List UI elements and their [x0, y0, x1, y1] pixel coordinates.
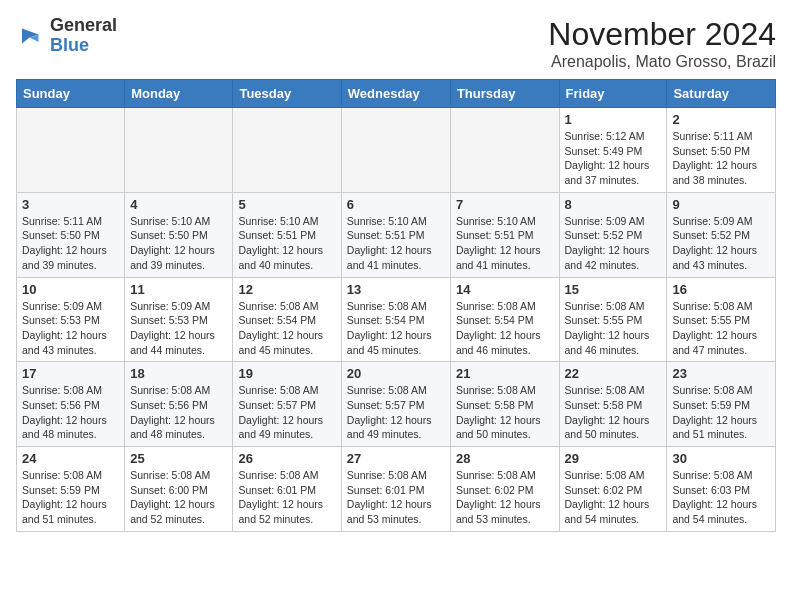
calendar-cell: 5Sunrise: 5:10 AMSunset: 5:51 PMDaylight… — [233, 192, 341, 277]
calendar-cell: 20Sunrise: 5:08 AMSunset: 5:57 PMDayligh… — [341, 362, 450, 447]
calendar-cell: 10Sunrise: 5:09 AMSunset: 5:53 PMDayligh… — [17, 277, 125, 362]
day-number: 17 — [22, 366, 119, 381]
day-info: Sunrise: 5:09 AMSunset: 5:53 PMDaylight:… — [22, 299, 119, 358]
day-info: Sunrise: 5:08 AMSunset: 5:57 PMDaylight:… — [238, 383, 335, 442]
calendar-cell: 24Sunrise: 5:08 AMSunset: 5:59 PMDayligh… — [17, 447, 125, 532]
day-number: 24 — [22, 451, 119, 466]
day-number: 2 — [672, 112, 770, 127]
day-info: Sunrise: 5:11 AMSunset: 5:50 PMDaylight:… — [22, 214, 119, 273]
day-number: 16 — [672, 282, 770, 297]
col-header-tuesday: Tuesday — [233, 80, 341, 108]
calendar-cell: 3Sunrise: 5:11 AMSunset: 5:50 PMDaylight… — [17, 192, 125, 277]
day-number: 12 — [238, 282, 335, 297]
day-number: 10 — [22, 282, 119, 297]
month-title: November 2024 — [548, 16, 776, 53]
day-info: Sunrise: 5:09 AMSunset: 5:52 PMDaylight:… — [565, 214, 662, 273]
day-info: Sunrise: 5:08 AMSunset: 5:56 PMDaylight:… — [130, 383, 227, 442]
day-info: Sunrise: 5:08 AMSunset: 6:01 PMDaylight:… — [347, 468, 445, 527]
calendar-cell: 7Sunrise: 5:10 AMSunset: 5:51 PMDaylight… — [450, 192, 559, 277]
calendar-table: SundayMondayTuesdayWednesdayThursdayFrid… — [16, 79, 776, 532]
day-number: 8 — [565, 197, 662, 212]
calendar-cell: 8Sunrise: 5:09 AMSunset: 5:52 PMDaylight… — [559, 192, 667, 277]
calendar-cell — [17, 108, 125, 193]
day-info: Sunrise: 5:08 AMSunset: 6:03 PMDaylight:… — [672, 468, 770, 527]
day-number: 26 — [238, 451, 335, 466]
day-info: Sunrise: 5:08 AMSunset: 6:02 PMDaylight:… — [456, 468, 554, 527]
col-header-sunday: Sunday — [17, 80, 125, 108]
day-info: Sunrise: 5:11 AMSunset: 5:50 PMDaylight:… — [672, 129, 770, 188]
calendar-cell — [125, 108, 233, 193]
day-info: Sunrise: 5:08 AMSunset: 6:01 PMDaylight:… — [238, 468, 335, 527]
calendar-cell: 17Sunrise: 5:08 AMSunset: 5:56 PMDayligh… — [17, 362, 125, 447]
day-number: 22 — [565, 366, 662, 381]
day-number: 27 — [347, 451, 445, 466]
col-header-saturday: Saturday — [667, 80, 776, 108]
day-info: Sunrise: 5:08 AMSunset: 5:56 PMDaylight:… — [22, 383, 119, 442]
logo-line1: General — [50, 16, 117, 36]
calendar-week-4: 17Sunrise: 5:08 AMSunset: 5:56 PMDayligh… — [17, 362, 776, 447]
day-number: 5 — [238, 197, 335, 212]
day-number: 13 — [347, 282, 445, 297]
general-blue-logo-icon — [16, 21, 46, 51]
logo-text: General Blue — [50, 16, 117, 56]
day-info: Sunrise: 5:08 AMSunset: 5:59 PMDaylight:… — [672, 383, 770, 442]
calendar-cell: 28Sunrise: 5:08 AMSunset: 6:02 PMDayligh… — [450, 447, 559, 532]
calendar-cell: 22Sunrise: 5:08 AMSunset: 5:58 PMDayligh… — [559, 362, 667, 447]
calendar-header-row: SundayMondayTuesdayWednesdayThursdayFrid… — [17, 80, 776, 108]
day-number: 4 — [130, 197, 227, 212]
day-number: 30 — [672, 451, 770, 466]
day-info: Sunrise: 5:08 AMSunset: 5:55 PMDaylight:… — [565, 299, 662, 358]
calendar-cell: 30Sunrise: 5:08 AMSunset: 6:03 PMDayligh… — [667, 447, 776, 532]
calendar-cell — [341, 108, 450, 193]
calendar-cell: 4Sunrise: 5:10 AMSunset: 5:50 PMDaylight… — [125, 192, 233, 277]
calendar-week-1: 1Sunrise: 5:12 AMSunset: 5:49 PMDaylight… — [17, 108, 776, 193]
col-header-friday: Friday — [559, 80, 667, 108]
calendar-cell: 27Sunrise: 5:08 AMSunset: 6:01 PMDayligh… — [341, 447, 450, 532]
calendar-cell: 1Sunrise: 5:12 AMSunset: 5:49 PMDaylight… — [559, 108, 667, 193]
day-info: Sunrise: 5:10 AMSunset: 5:51 PMDaylight:… — [456, 214, 554, 273]
logo-line2: Blue — [50, 36, 117, 56]
day-info: Sunrise: 5:09 AMSunset: 5:52 PMDaylight:… — [672, 214, 770, 273]
day-number: 14 — [456, 282, 554, 297]
calendar-cell: 14Sunrise: 5:08 AMSunset: 5:54 PMDayligh… — [450, 277, 559, 362]
day-number: 25 — [130, 451, 227, 466]
day-number: 18 — [130, 366, 227, 381]
calendar-cell: 19Sunrise: 5:08 AMSunset: 5:57 PMDayligh… — [233, 362, 341, 447]
calendar-cell: 6Sunrise: 5:10 AMSunset: 5:51 PMDaylight… — [341, 192, 450, 277]
calendar-week-5: 24Sunrise: 5:08 AMSunset: 5:59 PMDayligh… — [17, 447, 776, 532]
day-info: Sunrise: 5:08 AMSunset: 6:00 PMDaylight:… — [130, 468, 227, 527]
day-info: Sunrise: 5:08 AMSunset: 5:54 PMDaylight:… — [347, 299, 445, 358]
calendar-cell: 15Sunrise: 5:08 AMSunset: 5:55 PMDayligh… — [559, 277, 667, 362]
header: General Blue November 2024 Arenapolis, M… — [16, 16, 776, 71]
day-number: 6 — [347, 197, 445, 212]
day-number: 29 — [565, 451, 662, 466]
day-info: Sunrise: 5:08 AMSunset: 5:58 PMDaylight:… — [456, 383, 554, 442]
calendar-cell: 21Sunrise: 5:08 AMSunset: 5:58 PMDayligh… — [450, 362, 559, 447]
col-header-wednesday: Wednesday — [341, 80, 450, 108]
calendar-cell: 25Sunrise: 5:08 AMSunset: 6:00 PMDayligh… — [125, 447, 233, 532]
calendar-cell: 29Sunrise: 5:08 AMSunset: 6:02 PMDayligh… — [559, 447, 667, 532]
day-info: Sunrise: 5:12 AMSunset: 5:49 PMDaylight:… — [565, 129, 662, 188]
logo: General Blue — [16, 16, 117, 56]
day-info: Sunrise: 5:08 AMSunset: 5:54 PMDaylight:… — [238, 299, 335, 358]
calendar-cell: 12Sunrise: 5:08 AMSunset: 5:54 PMDayligh… — [233, 277, 341, 362]
calendar-cell: 18Sunrise: 5:08 AMSunset: 5:56 PMDayligh… — [125, 362, 233, 447]
day-info: Sunrise: 5:08 AMSunset: 6:02 PMDaylight:… — [565, 468, 662, 527]
col-header-monday: Monday — [125, 80, 233, 108]
day-number: 28 — [456, 451, 554, 466]
day-number: 23 — [672, 366, 770, 381]
day-number: 7 — [456, 197, 554, 212]
day-number: 19 — [238, 366, 335, 381]
day-number: 3 — [22, 197, 119, 212]
calendar-cell: 26Sunrise: 5:08 AMSunset: 6:01 PMDayligh… — [233, 447, 341, 532]
title-area: November 2024 Arenapolis, Mato Grosso, B… — [548, 16, 776, 71]
day-info: Sunrise: 5:08 AMSunset: 5:54 PMDaylight:… — [456, 299, 554, 358]
day-info: Sunrise: 5:08 AMSunset: 5:57 PMDaylight:… — [347, 383, 445, 442]
day-info: Sunrise: 5:08 AMSunset: 5:59 PMDaylight:… — [22, 468, 119, 527]
calendar-cell: 16Sunrise: 5:08 AMSunset: 5:55 PMDayligh… — [667, 277, 776, 362]
col-header-thursday: Thursday — [450, 80, 559, 108]
day-info: Sunrise: 5:08 AMSunset: 5:58 PMDaylight:… — [565, 383, 662, 442]
calendar-cell: 23Sunrise: 5:08 AMSunset: 5:59 PMDayligh… — [667, 362, 776, 447]
day-number: 15 — [565, 282, 662, 297]
calendar-cell: 9Sunrise: 5:09 AMSunset: 5:52 PMDaylight… — [667, 192, 776, 277]
